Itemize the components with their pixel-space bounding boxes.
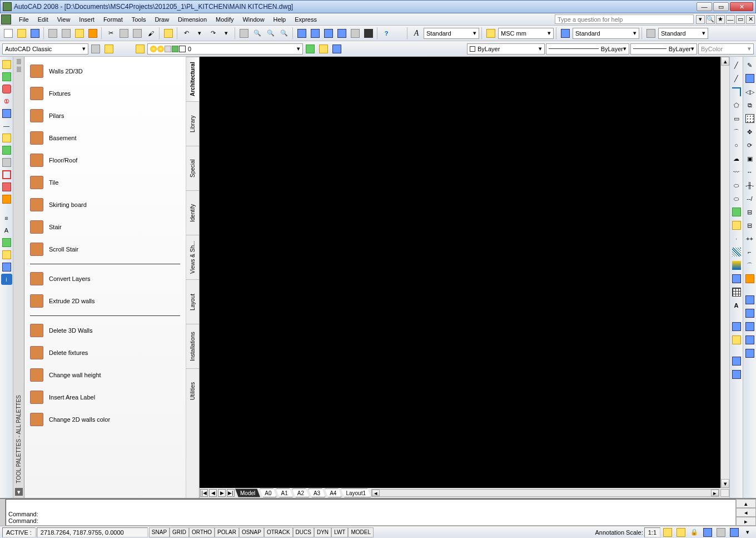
infocenter-icon[interactable]: 🔍 <box>706 15 715 24</box>
designcenter-button[interactable] <box>309 27 321 40</box>
insert-block-button[interactable] <box>730 206 743 218</box>
palette-item-stair[interactable]: Stair <box>30 216 180 238</box>
new-button[interactable] <box>2 27 14 40</box>
palette-item-walls-2d-3d[interactable]: Walls 2D/3D <box>30 60 180 82</box>
sb-toggle-polar[interactable]: POLAR <box>215 527 239 537</box>
spline-button[interactable]: 〰 <box>730 166 743 178</box>
publish-button[interactable] <box>73 27 86 40</box>
lineweight-dropdown[interactable]: ByLayer▾ <box>630 43 697 55</box>
sb-tray-1[interactable] <box>702 526 714 539</box>
palette-item-pilars[interactable]: Pilars <box>30 105 180 127</box>
stretch-button[interactable]: ↔ <box>744 166 756 178</box>
palettes-bar[interactable]: TOOL PALETTES - ALL PALETTES ▾ <box>13 57 24 498</box>
text-style-icon[interactable]: A <box>410 27 422 40</box>
polyline-button[interactable] <box>730 86 743 98</box>
redo-button[interactable]: ↷ <box>207 27 219 40</box>
sb-cleanscreen-button[interactable] <box>728 526 740 539</box>
dim-style-dropdown[interactable]: MSC mm▾ <box>498 28 554 39</box>
annotation-scale-value[interactable]: 1:1 <box>644 527 660 537</box>
layout-nav-1[interactable]: ◀ <box>209 489 217 497</box>
sb-toggle-lwt[interactable]: LWT <box>331 527 348 537</box>
table-style-dropdown[interactable]: Standard▾ <box>573 28 639 39</box>
lt1-btn-7[interactable] <box>1 132 12 144</box>
palette-tab-identify[interactable]: Identify <box>186 190 199 235</box>
lt1-btn-16[interactable] <box>1 249 12 260</box>
hscroll-left-button[interactable]: ◂ <box>372 490 380 496</box>
menu-modify[interactable]: Modify <box>211 15 238 24</box>
sb-toggle-osnap[interactable]: OSNAP <box>239 527 264 537</box>
lt1-btn-5[interactable] <box>1 108 12 119</box>
revcloud-button[interactable]: ☁ <box>730 152 743 165</box>
pan-button[interactable] <box>238 27 250 40</box>
redo-dropdown[interactable]: ▾ <box>220 27 232 40</box>
table-button[interactable] <box>730 286 743 298</box>
sheet-set-button[interactable] <box>336 27 348 40</box>
favorites-icon[interactable]: ★ <box>716 15 725 24</box>
3ddwf-button[interactable] <box>87 27 99 40</box>
join-button[interactable]: ++ <box>744 233 756 245</box>
lt1-btn-6[interactable]: — <box>1 120 12 131</box>
dim-style-icon[interactable] <box>485 27 497 40</box>
color-dropdown[interactable]: ByLayer▾ <box>467 43 545 55</box>
rt2b-3[interactable] <box>744 320 756 333</box>
rt2b-2[interactable] <box>744 307 756 319</box>
erase-button[interactable]: ✎ <box>744 59 756 71</box>
my-workspace-button[interactable] <box>103 43 115 55</box>
help-button[interactable]: ? <box>380 27 392 40</box>
offset-button[interactable]: ⧉ <box>744 99 756 111</box>
ellipse-arc-button[interactable]: ⬭ <box>730 193 743 205</box>
extend-button[interactable]: --/ <box>744 193 756 205</box>
sb-toggle-grid[interactable]: GRID <box>170 527 189 537</box>
sb-toggle-ortho[interactable]: ORTHO <box>189 527 215 537</box>
undo-dropdown[interactable]: ▾ <box>193 27 206 40</box>
menu-express[interactable]: Express <box>290 15 321 24</box>
layer-previous-button[interactable] <box>304 43 316 55</box>
palette-item-delete-fixtures[interactable]: Delete fixtures <box>30 342 180 364</box>
palette-item-fixtures[interactable]: Fixtures <box>30 82 180 105</box>
plotstyle-dropdown[interactable]: ByColor▾ <box>698 43 754 55</box>
palette-item-insert-area-label[interactable]: Insert Area Label <box>30 386 180 408</box>
mdi-close-button[interactable]: ✕ <box>746 15 755 24</box>
mirror-button[interactable]: ◁▷ <box>744 86 756 98</box>
cut-button[interactable]: ✂ <box>105 27 117 40</box>
sb-toggle-snap[interactable]: SNAP <box>149 527 170 537</box>
menu-help[interactable]: Help <box>269 15 291 24</box>
menu-file[interactable]: File <box>14 15 33 24</box>
command-line[interactable]: Command: Command: <box>6 499 736 526</box>
zoom-window-button[interactable]: 🔍 <box>278 27 290 40</box>
point-button[interactable]: · <box>730 233 743 245</box>
lt1-btn-11[interactable] <box>1 181 12 193</box>
layout-tab-a2[interactable]: A2 <box>292 488 309 497</box>
polygon-button[interactable]: ⬠ <box>730 99 743 111</box>
menu-dimension[interactable]: Dimension <box>173 15 211 24</box>
palette-item-change-2d-walls-color[interactable]: Change 2D walls color <box>30 408 180 431</box>
cmdline-handle[interactable] <box>0 499 6 526</box>
layer-states-button[interactable] <box>317 43 330 55</box>
help-search-input[interactable] <box>555 14 694 24</box>
paste-button[interactable] <box>131 27 143 40</box>
sb-tray-options[interactable]: ▾ <box>742 526 754 539</box>
undo-button[interactable]: ↶ <box>180 27 192 40</box>
menu-view[interactable]: View <box>53 15 75 24</box>
layout-nav-2[interactable]: ▶ <box>218 489 226 497</box>
layout-tab-a0[interactable]: A0 <box>260 488 276 497</box>
sb-anno-vis-button[interactable] <box>662 526 674 539</box>
region-button[interactable] <box>730 273 743 285</box>
linetype-dropdown[interactable]: ByLayer▾ <box>546 43 629 55</box>
layout-tab-a3[interactable]: A3 <box>309 488 325 497</box>
lt1-info-button[interactable]: i <box>1 274 12 285</box>
vertical-scrollbar[interactable]: ▴ ▾ <box>720 57 729 488</box>
lt1-btn-9[interactable] <box>1 157 12 168</box>
sb-toggle-dyn[interactable]: DYN <box>314 527 331 537</box>
palette-item-basement[interactable]: Basement <box>30 127 180 149</box>
minimize-button[interactable]: — <box>697 2 712 11</box>
match-props-button[interactable]: 🖌 <box>145 27 157 40</box>
palette-tab-layout[interactable]: Layout <box>186 279 199 324</box>
lt1-btn-1[interactable] <box>1 59 12 70</box>
mleader-style-dropdown[interactable]: Standard▾ <box>658 28 708 39</box>
zoom-realtime-button[interactable]: 🔍 <box>251 27 263 40</box>
fillet-button[interactable]: ⌒ <box>744 259 756 272</box>
make-block-button[interactable] <box>730 219 743 231</box>
rt2-btn-3[interactable] <box>730 355 743 367</box>
table-style-icon[interactable] <box>559 27 571 40</box>
